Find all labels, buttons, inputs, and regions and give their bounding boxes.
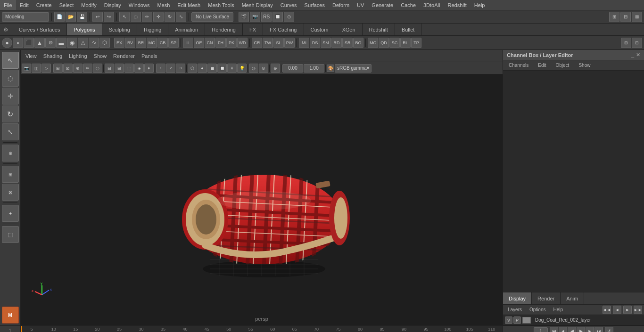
rs2-btn[interactable]: 🔲	[272, 12, 283, 22]
reduce-btn[interactable]: RD	[331, 38, 342, 48]
object-tab[interactable]: Object	[552, 60, 573, 70]
bool-btn[interactable]: BO	[353, 38, 363, 48]
menu-mesh-display[interactable]: Mesh Display	[238, 0, 277, 10]
render-layer-tab[interactable]: Render	[532, 292, 561, 304]
vp-panels-menu[interactable]: Panels	[139, 50, 160, 62]
vp-smooth-btn[interactable]: ●	[198, 64, 207, 73]
cone-shape-btn[interactable]: ▲	[34, 38, 45, 48]
extra-tool-btn2[interactable]: ⊟	[632, 38, 642, 48]
mode-dropdown[interactable]: Modeling	[2, 12, 49, 22]
layer-p-btn[interactable]: P	[513, 316, 521, 324]
channels-tab[interactable]: Channels	[505, 60, 532, 70]
color-space-dropdown[interactable]: sRGB gamma ▾	[335, 64, 372, 73]
layout-btn3[interactable]: ⊠	[632, 12, 642, 22]
timeline-playhead[interactable]	[21, 326, 22, 332]
menu-generate[interactable]: Generate	[368, 0, 397, 10]
maya-logo-btn[interactable]: M	[2, 307, 19, 324]
move-btn[interactable]: ✛	[153, 12, 164, 22]
edit-tab[interactable]: Edit	[534, 60, 550, 70]
move-tool-btn[interactable]: ✛	[2, 88, 19, 105]
layer-row[interactable]: V P Dog_Coat_Red_002_layer	[503, 315, 644, 325]
current-frame-input[interactable]: 1	[534, 327, 548, 332]
vp-subdiv3-btn[interactable]: 3	[176, 64, 185, 73]
layer-last-btn[interactable]: ►►	[634, 306, 642, 314]
vp-gimbal-btn[interactable]: ⊕	[271, 64, 280, 73]
menu-deform[interactable]: Deform	[329, 0, 353, 10]
torus-shape-btn[interactable]: ⊚	[45, 38, 56, 48]
options-menu[interactable]: Options	[527, 305, 548, 315]
layer-first-btn[interactable]: ◄◄	[603, 306, 611, 314]
panel-minimize-btn[interactable]: _	[631, 52, 634, 58]
rotate-value[interactable]: 0.00	[282, 64, 303, 73]
vp-display5-btn[interactable]: ✦	[144, 64, 154, 73]
slide-btn[interactable]: SL	[273, 38, 284, 48]
vp-display1-btn[interactable]: ⊟	[105, 64, 114, 73]
menu-file[interactable]: File	[0, 0, 16, 10]
layers-menu[interactable]: Layers	[505, 305, 525, 315]
vp-snap1-btn[interactable]: ⊞	[53, 64, 63, 73]
timeline-track[interactable]: 5 10 15 20 25 30 35 40 45 50 55 60 65 70…	[21, 326, 503, 332]
menu-uv[interactable]: UV	[353, 0, 368, 10]
tab-curves-surfaces[interactable]: Curves / Surfaces	[12, 24, 67, 35]
scale-tool-btn[interactable]: ⤡	[2, 123, 19, 140]
vp-xray-btn[interactable]: ◎	[249, 64, 258, 73]
vp-snap4-btn[interactable]: ✏	[83, 64, 92, 73]
cube-shape-btn[interactable]: ▪	[13, 38, 23, 48]
tab-animation[interactable]: Animation	[168, 24, 205, 35]
vp-cam3-btn[interactable]: ▷	[41, 64, 51, 73]
pyramid-shape-btn[interactable]: △	[78, 38, 88, 48]
sphere-shape-btn[interactable]: ●	[2, 38, 12, 48]
soft-mod-btn[interactable]: ⊕	[2, 145, 19, 162]
layout-btn2[interactable]: ⊟	[620, 12, 631, 22]
tab-sculpting[interactable]: Sculpting	[102, 24, 137, 35]
paint-weights-btn[interactable]: PW	[284, 38, 295, 48]
tab-custom[interactable]: Custom	[304, 24, 336, 35]
multicut-btn[interactable]: MC	[368, 38, 378, 48]
extra-tool-btn1[interactable]: ⊞	[621, 38, 631, 48]
menu-display[interactable]: Display	[100, 0, 125, 10]
viewport-3d[interactable]: persp x y z	[21, 74, 503, 325]
rotate-btn[interactable]: ↻	[165, 12, 175, 22]
tab-redshift[interactable]: Redshift	[363, 24, 395, 35]
vp-light2-btn[interactable]: 💡	[237, 64, 247, 73]
relax-btn[interactable]: RL	[400, 38, 411, 48]
separate-btn[interactable]: SP	[168, 38, 179, 48]
wedge-btn[interactable]: WD	[237, 38, 248, 48]
tab-bullet[interactable]: Bullet	[395, 24, 422, 35]
render-region-btn[interactable]: ⬚	[2, 226, 19, 243]
disk-shape-btn[interactable]: ◉	[67, 38, 77, 48]
play-back-btn[interactable]: ◀	[568, 327, 576, 332]
tab-polygons[interactable]: Polygons	[67, 24, 102, 35]
anim-layer-tab[interactable]: Anim	[561, 292, 584, 304]
bridge-btn[interactable]: BR	[136, 38, 146, 48]
panel-close-btn[interactable]: ✕	[636, 52, 640, 58]
vp-display4-btn[interactable]: ◈	[134, 64, 144, 73]
smooth-btn[interactable]: SM	[321, 38, 331, 48]
menu-modify[interactable]: Modify	[77, 0, 100, 10]
sculpt-btn[interactable]: SC	[389, 38, 400, 48]
cylinder-shape-btn[interactable]: ⬛	[24, 38, 34, 48]
show-manip-btn[interactable]: ✦	[2, 205, 19, 222]
menu-windows[interactable]: Windows	[125, 0, 154, 10]
render-btn[interactable]: 🎬	[239, 12, 249, 22]
duplicate-special-btn[interactable]: DS	[310, 38, 320, 48]
menu-create[interactable]: Create	[33, 0, 56, 10]
vp-snap3-btn[interactable]: ⊕	[73, 64, 83, 73]
tab-rigging[interactable]: Rigging	[137, 24, 168, 35]
go-start-btn[interactable]: ⏮	[550, 327, 558, 332]
open-file-btn[interactable]: 📂	[66, 12, 76, 22]
go-end-btn[interactable]: ⏭	[594, 327, 603, 332]
step-back-btn[interactable]: ◄	[559, 327, 567, 332]
quad-draw-btn[interactable]: QD	[379, 38, 389, 48]
vp-display2-btn[interactable]: ⊞	[115, 64, 124, 73]
vp-snap5-btn[interactable]: ◌	[93, 64, 102, 73]
vp-wire-btn[interactable]: ⬡	[188, 64, 197, 73]
tab-gear-btn[interactable]: ⚙	[0, 24, 12, 36]
menu-curves[interactable]: Curves	[277, 0, 301, 10]
menu-edit[interactable]: Edit	[16, 0, 33, 10]
platonic-shape-btn[interactable]: ⬡	[99, 38, 110, 48]
help-menu[interactable]: Help	[550, 305, 566, 315]
snap-grid-btn[interactable]: ⊞	[2, 166, 19, 183]
layer-v-btn[interactable]: V	[505, 316, 512, 324]
redo-btn[interactable]: ↪	[104, 12, 114, 22]
